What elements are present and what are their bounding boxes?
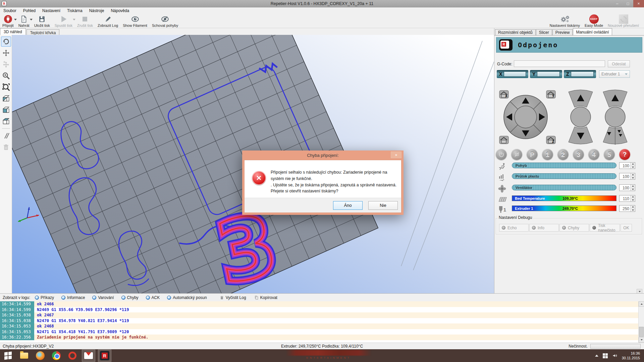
extruder-temperature-bar[interactable]: Extruder 1 249,70°C bbox=[512, 205, 616, 211]
delete-object-tool[interactable] bbox=[1, 142, 11, 152]
heat-off-button[interactable] bbox=[511, 149, 522, 160]
send-button[interactable]: Odeslat bbox=[608, 60, 630, 67]
home-x-button[interactable]: X bbox=[499, 90, 508, 98]
tab-manualni-ovladani[interactable]: Manuální ovládání bbox=[573, 28, 612, 35]
preset-2-button[interactable]: 2 bbox=[557, 149, 569, 160]
parallel-projection-tool[interactable] bbox=[1, 131, 11, 141]
menu-nastroje[interactable]: Nástroje bbox=[86, 8, 108, 14]
tab-slicer[interactable]: Slicer bbox=[536, 29, 552, 35]
spin-up-icon[interactable] bbox=[631, 185, 635, 188]
menu-soubor[interactable]: Soubor bbox=[0, 8, 20, 14]
printer-settings-button[interactable]: Nastavení tiskárny bbox=[547, 14, 582, 28]
top-view-tool[interactable] bbox=[1, 116, 11, 126]
spin-up-icon[interactable] bbox=[631, 195, 635, 199]
tab-3d-nahled[interactable]: 3D náhled bbox=[0, 28, 26, 35]
zoom-fit-tool[interactable] bbox=[1, 82, 11, 92]
front-view-tool[interactable] bbox=[1, 105, 11, 115]
debug-dryrun-toggle[interactable]: Tisk nanečisto bbox=[590, 224, 620, 232]
load-button[interactable]: Nahrát bbox=[16, 14, 32, 28]
taskbar-clock[interactable]: 16:36 30.11.2015 bbox=[622, 351, 640, 361]
rotate-view-tool[interactable] bbox=[1, 37, 11, 47]
extruder-jog-control[interactable] bbox=[603, 90, 627, 145]
menu-napoveda[interactable]: Nápověda bbox=[107, 8, 132, 14]
show-log-button[interactable]: Zobrazit Log bbox=[95, 14, 120, 28]
home-all-button[interactable] bbox=[499, 136, 508, 144]
hide-travel-button[interactable]: Schovat pohyby bbox=[150, 14, 180, 28]
menu-tiskarna[interactable]: Tiskárna bbox=[64, 8, 86, 14]
emergency-stop-button[interactable]: Nouzové přerušení bbox=[605, 14, 641, 28]
save-print-button[interactable]: Uložit tisk bbox=[32, 14, 52, 28]
easy-mode-button[interactable]: EASY Easy Mode bbox=[582, 14, 605, 28]
spin-down-icon[interactable] bbox=[631, 199, 635, 202]
scroll-up-icon[interactable] bbox=[639, 301, 644, 307]
speed-multiplier-spinner[interactable]: 100 bbox=[619, 162, 635, 169]
tab-rozmisteni-objektu[interactable]: Rozmístění objektů bbox=[495, 29, 536, 35]
home-y-button[interactable]: Y bbox=[546, 90, 555, 98]
clear-log-button[interactable]: Vyčistit Log bbox=[220, 295, 246, 300]
cancel-print-button[interactable]: Zrušit tisk bbox=[75, 14, 95, 28]
menu-pohled[interactable]: Pohled bbox=[20, 8, 39, 14]
show-hidden-icons-icon[interactable] bbox=[595, 355, 598, 357]
home-z-button[interactable]: Z bbox=[546, 136, 555, 144]
menu-nastaveni[interactable]: Nastavení bbox=[39, 8, 64, 14]
show-filament-button[interactable]: Show Filament bbox=[120, 14, 150, 28]
preset-3-button[interactable]: 3 bbox=[573, 149, 584, 160]
maximize-button[interactable]: □ bbox=[623, 0, 633, 7]
filter-commands-toggle[interactable]: Příkazy bbox=[35, 295, 54, 300]
preset-1-button[interactable]: 1 bbox=[542, 149, 553, 160]
move-view-tool[interactable] bbox=[1, 48, 11, 58]
repetier-host-taskbar-button[interactable]: R bbox=[98, 350, 111, 362]
firefox-button[interactable] bbox=[34, 350, 47, 362]
motors-off-button[interactable] bbox=[496, 149, 507, 160]
log-scrollbar[interactable] bbox=[638, 301, 644, 343]
filter-warnings-toggle[interactable]: Varování bbox=[92, 295, 114, 300]
preset-4-button[interactable]: 4 bbox=[588, 149, 599, 160]
tab-preview[interactable]: Preview bbox=[552, 29, 573, 35]
spin-down-icon[interactable] bbox=[631, 166, 635, 169]
filter-autoscroll-toggle[interactable]: Automatický posun bbox=[167, 295, 207, 300]
start-print-button[interactable]: Spustit tisk bbox=[52, 14, 75, 28]
spin-down-icon[interactable] bbox=[631, 188, 635, 191]
no-button[interactable]: Nie bbox=[368, 201, 398, 210]
spin-up-icon[interactable] bbox=[631, 163, 635, 166]
mail-button[interactable] bbox=[82, 350, 95, 362]
speaker-icon[interactable] bbox=[612, 353, 618, 358]
flow-multiplier-spinner[interactable]: 100 bbox=[619, 173, 635, 180]
move-object-tool[interactable] bbox=[1, 59, 11, 69]
dialog-close-button[interactable]: × bbox=[391, 152, 401, 158]
log-list[interactable]: 16:34:14.599 ok 2466 16:34:14.599 N2469 … bbox=[0, 301, 644, 343]
extruder-select[interactable]: Extruder 1 bbox=[599, 70, 630, 78]
gcode-input[interactable] bbox=[514, 60, 605, 67]
fan-speed-slider[interactable]: Ventilátor bbox=[512, 185, 616, 190]
spin-down-icon[interactable] bbox=[631, 209, 635, 212]
debug-errors-toggle[interactable]: Chyby bbox=[559, 224, 589, 232]
help-button[interactable]: ? bbox=[619, 149, 630, 160]
filter-ack-toggle[interactable]: ACK bbox=[146, 295, 160, 300]
speed-multiplier-slider[interactable]: Pohyb bbox=[512, 163, 616, 168]
file-explorer-button[interactable] bbox=[17, 350, 31, 362]
z-jog-control[interactable] bbox=[569, 90, 593, 144]
fan-speed-spinner[interactable]: 100 bbox=[619, 184, 635, 191]
debug-ok-button[interactable]: OK bbox=[621, 224, 632, 232]
filter-errors-toggle[interactable]: Chyby bbox=[121, 295, 139, 300]
tab-teplotni-krivka[interactable]: Teplotní křivka bbox=[26, 29, 60, 35]
xy-jog-pad[interactable] bbox=[504, 95, 547, 139]
zoom-in-tool[interactable] bbox=[1, 71, 11, 81]
copy-log-button[interactable]: Kopírovat bbox=[254, 295, 277, 300]
park-button[interactable]: P bbox=[527, 149, 538, 160]
chrome-button[interactable] bbox=[50, 350, 63, 362]
extruder-temperature-spinner[interactable]: 250 bbox=[619, 205, 635, 212]
network-icon[interactable] bbox=[603, 353, 608, 358]
close-button[interactable]: × bbox=[633, 0, 644, 7]
preset-5-button[interactable]: 5 bbox=[604, 149, 615, 160]
bed-temperature-bar[interactable]: Bed Temperature 109,39°C bbox=[512, 195, 616, 201]
yes-button[interactable]: Áno bbox=[333, 201, 363, 210]
start-button[interactable] bbox=[1, 350, 15, 362]
debug-echo-toggle[interactable]: Echo bbox=[499, 224, 529, 232]
spin-up-icon[interactable] bbox=[631, 173, 635, 177]
scrollbar-thumb[interactable] bbox=[639, 327, 644, 337]
spin-up-icon[interactable] bbox=[631, 205, 635, 209]
flow-multiplier-slider[interactable]: Průtok plastu bbox=[512, 173, 616, 179]
bed-temperature-spinner[interactable]: 110 bbox=[619, 195, 635, 202]
filter-info-toggle[interactable]: Informace bbox=[61, 295, 85, 300]
